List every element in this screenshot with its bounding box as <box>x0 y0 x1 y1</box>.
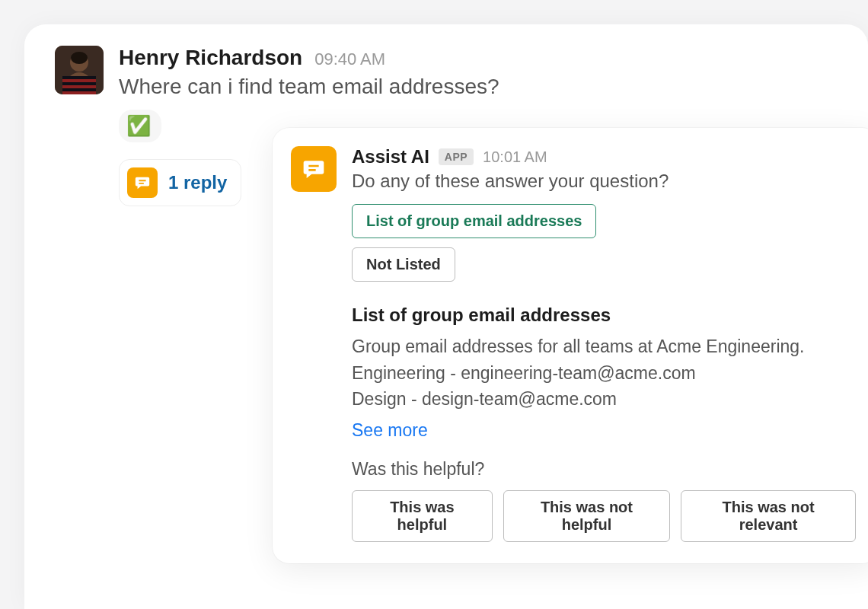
message-author[interactable]: Henry Richardson <box>119 46 302 70</box>
message-text: Where can i find team email addresses? <box>119 75 838 99</box>
feedback-question: Was this helpful? <box>352 459 856 480</box>
assist-ai-avatar[interactable] <box>291 146 337 192</box>
app-badge: APP <box>439 148 474 165</box>
svg-rect-5 <box>62 82 96 85</box>
answer-body: Group email addresses for all teams at A… <box>352 333 856 413</box>
avatar[interactable] <box>55 46 104 94</box>
feedback-not-relevant-button[interactable]: This was not relevant <box>681 490 856 542</box>
thread-time: 10:01 AM <box>483 148 547 166</box>
assist-ai-icon <box>127 167 158 198</box>
reaction-check[interactable]: ✅ <box>119 110 161 142</box>
option-not-listed-button[interactable]: Not Listed <box>352 247 455 282</box>
feedback-not-helpful-button[interactable]: This was not helpful <box>503 490 670 542</box>
thread-panel: Assist AI APP 10:01 AM Do any of these a… <box>273 128 868 563</box>
svg-rect-4 <box>62 76 96 79</box>
thread-reply-summary[interactable]: 1 reply <box>119 159 241 206</box>
message-time: 09:40 AM <box>314 49 385 69</box>
svg-point-2 <box>71 52 88 64</box>
feedback-helpful-button[interactable]: This was helpful <box>352 490 493 542</box>
see-more-link[interactable]: See more <box>352 420 428 441</box>
reply-count: 1 reply <box>168 172 227 193</box>
svg-rect-6 <box>62 88 96 91</box>
bot-name[interactable]: Assist AI <box>352 146 429 167</box>
thread-prompt: Do any of these answer your question? <box>352 171 856 192</box>
option-selected-button[interactable]: List of group email addresses <box>352 204 596 238</box>
thread-body: Assist AI APP 10:01 AM Do any of these a… <box>352 146 856 542</box>
thread-message: Assist AI APP 10:01 AM Do any of these a… <box>291 146 856 542</box>
answer-heading: List of group email addresses <box>352 304 856 326</box>
